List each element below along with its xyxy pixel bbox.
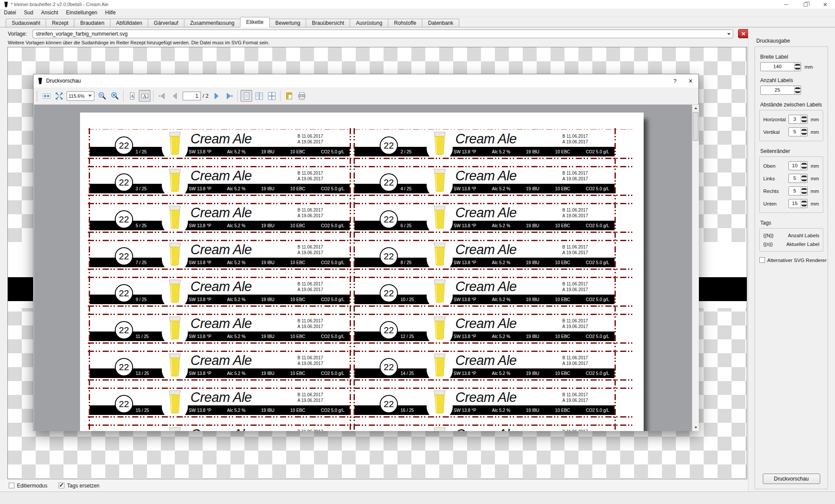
stat-item: 10 EBC <box>555 334 570 339</box>
template-combobox-value: streifen_vorlage_farbig_nummeriert.svg <box>33 31 725 37</box>
last-page-button[interactable] <box>223 90 235 102</box>
menu-datei[interactable]: Datei <box>0 9 20 17</box>
menu-hilfe[interactable]: Hilfe <box>101 9 120 17</box>
setting-spinbox[interactable]: 3 <box>788 115 808 124</box>
page-number-input[interactable]: 1 <box>183 92 201 100</box>
tab-datenbank[interactable]: Datenbank <box>422 19 459 27</box>
spin-arrows[interactable] <box>801 199 807 208</box>
tab-brauübersicht[interactable]: Brauübersicht <box>306 19 350 27</box>
tab-ausrüstung[interactable]: Ausrüstung <box>350 19 388 27</box>
beer-name: Cream Ale <box>190 390 252 405</box>
brew-dates: B 11.06.2017 A 19.06.2017 <box>297 170 323 182</box>
tab-braudaten[interactable]: Braudaten <box>74 19 110 27</box>
beer-name: Cream Ale <box>455 242 517 258</box>
vertical-scrollbar[interactable] <box>692 105 699 431</box>
stat-item: CO2 5.0 g/L <box>321 223 344 228</box>
page-setup-button[interactable] <box>283 90 295 102</box>
beer-stats: SW 13.8 °PAlc 5.2 %19 IBU10 EBCCO2 5.0 g… <box>189 223 344 228</box>
single-page-view-button[interactable] <box>240 90 252 102</box>
anzahl-spinbox[interactable]: 25 <box>760 86 801 95</box>
zoom-combobox[interactable]: 115.6% <box>67 91 94 101</box>
cut-line-horizontal <box>88 158 633 159</box>
dialog-close-button[interactable]: ✕ <box>683 74 698 87</box>
scroll-down-arrow[interactable] <box>692 424 699 431</box>
zoom-out-button[interactable] <box>96 90 108 102</box>
toolbar-separator <box>123 91 124 101</box>
dialog-titlebar[interactable]: Druckvorschau ? ✕ <box>33 74 698 87</box>
menu-sud[interactable]: Sud <box>20 9 37 17</box>
minimize-button[interactable] <box>776 0 796 9</box>
tags-ersetzen-checkbox[interactable] <box>59 483 64 488</box>
stat-item: 19 IBU <box>261 149 275 154</box>
chevron-down-icon[interactable] <box>725 30 733 38</box>
tab-zusammenfassung[interactable]: Zusammenfassung <box>184 19 240 27</box>
previous-page-button[interactable] <box>169 90 180 102</box>
spin-arrows[interactable] <box>801 174 807 182</box>
zoom-in-button[interactable] <box>109 90 120 102</box>
landscape-button[interactable]: A <box>139 90 150 102</box>
setting-label: Unten <box>763 201 788 206</box>
stat-item: Alc 5.2 % <box>492 149 510 154</box>
facing-pages-view-button[interactable] <box>253 90 265 102</box>
batch-number: 22 <box>384 251 394 262</box>
delete-template-button[interactable]: ✕ <box>738 29 749 38</box>
next-page-button[interactable] <box>210 90 222 102</box>
batch-number-badge: 22 <box>380 247 398 265</box>
spin-arrows[interactable] <box>794 86 801 94</box>
cut-line-horizontal <box>88 129 633 130</box>
menu-einstellungen[interactable]: Einstellungen <box>62 9 101 17</box>
overview-pages-view-button[interactable] <box>266 90 277 102</box>
scrollbar-thumb[interactable] <box>693 112 698 141</box>
print-preview-viewport[interactable]: 22 1 / 25 Cream Ale B 11.06.2017 A 19.06… <box>34 105 699 431</box>
setting-spinbox[interactable]: 15 <box>788 199 808 208</box>
tab-sudauswahl[interactable]: Sudauswahl <box>6 19 46 27</box>
beer-glass-icon <box>432 132 447 155</box>
first-page-button[interactable] <box>156 90 168 102</box>
stat-item: 10 EBC <box>290 408 305 413</box>
setting-spinbox[interactable]: 5 <box>788 127 808 136</box>
batch-number: 22 <box>119 399 129 409</box>
beer-stats: SW 13.8 °PAlc 5.2 %19 IBU10 EBCCO2 5.0 g… <box>454 260 609 265</box>
breite-spinbox[interactable]: 140 <box>760 62 801 71</box>
spin-arrows[interactable] <box>801 187 807 195</box>
tab-rezept[interactable]: Rezept <box>46 19 74 27</box>
beer-name: Cream Ale <box>455 316 517 332</box>
spin-arrows[interactable] <box>801 128 807 136</box>
print-button[interactable] <box>296 90 307 102</box>
tab-etikette[interactable]: Etikette <box>240 17 270 27</box>
tab-rohstoffe[interactable]: Rohstoffe <box>388 19 422 27</box>
druckvorschau-button[interactable]: Druckvorschau <box>763 474 820 484</box>
portrait-button[interactable]: A <box>126 90 138 102</box>
setting-spinbox[interactable]: 10 <box>788 161 808 170</box>
tab-bewertung[interactable]: Bewertung <box>269 19 306 27</box>
spin-arrows[interactable] <box>794 63 801 71</box>
restore-button[interactable] <box>796 0 815 9</box>
beer-label: 22 15 / 25 Cream Ale B 11.06.2017 A 19.0… <box>90 388 350 416</box>
setting-spinbox[interactable]: 5 <box>788 174 808 183</box>
toolbar-drag-handle[interactable] <box>36 91 38 101</box>
alternativer-svg-renderer-checkbox[interactable] <box>759 257 765 263</box>
beer-label: 22 12 / 25 Cream Ale B 11.06.2017 A 19.0… <box>354 315 615 342</box>
scroll-up-arrow[interactable] <box>692 105 699 112</box>
brew-dates: B 11.06.2017 A 19.06.2017 <box>562 133 588 145</box>
chevron-down-icon[interactable] <box>86 92 94 100</box>
fit-page-button[interactable] <box>53 90 65 102</box>
page-count-label: / 2 <box>203 93 208 99</box>
stat-item: CO2 5.0 g/L <box>321 297 344 302</box>
spin-arrows[interactable] <box>801 162 807 170</box>
editiermodus-checkbox[interactable] <box>9 483 14 488</box>
spin-arrows[interactable] <box>801 115 807 123</box>
setting-spinbox[interactable]: 5 <box>788 186 808 196</box>
tab-gärverlauf[interactable]: Gärverlauf <box>148 19 184 27</box>
dialog-help-button[interactable]: ? <box>667 74 683 87</box>
menu-ansicht[interactable]: Ansicht <box>37 9 62 17</box>
date-brewed: B 11.06.2017 <box>297 392 323 398</box>
close-button[interactable]: ✕ <box>815 0 835 9</box>
beer-glass-icon <box>167 353 182 377</box>
cut-line-horizontal <box>88 203 633 204</box>
fit-width-button[interactable] <box>40 90 52 102</box>
cut-line-horizontal <box>88 305 633 307</box>
window-titlebar: * kleiner-brauhelfer-2 v2.0.0beta5 - Cre… <box>0 0 835 9</box>
template-combobox[interactable]: streifen_vorlage_farbig_nummeriert.svg <box>33 30 733 38</box>
tab-abfülldaten[interactable]: Abfülldaten <box>110 19 148 27</box>
